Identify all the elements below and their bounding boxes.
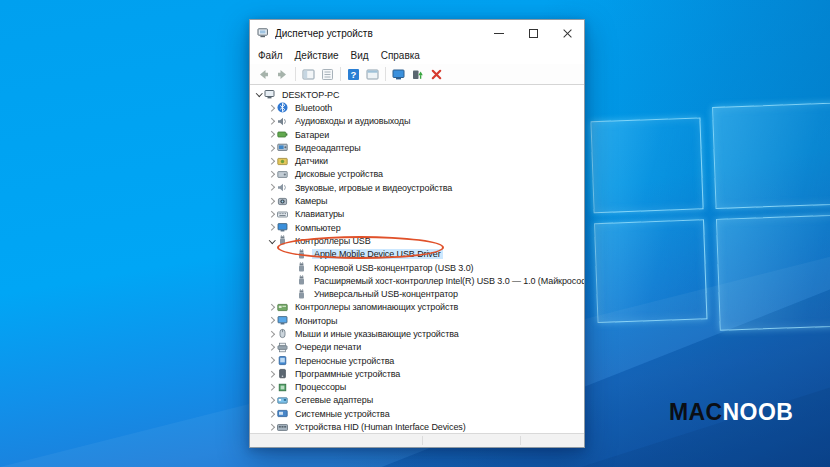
- tree-row-label: Сетевые адаптеры: [293, 395, 375, 405]
- tree-row[interactable]: Процессоры: [250, 381, 584, 394]
- tree-row[interactable]: Звуковые, игровые и видеоустройства: [250, 181, 584, 194]
- chevron-right-icon[interactable]: [267, 146, 277, 151]
- chevron-glyph: [268, 131, 274, 137]
- portable-device-icon: [277, 355, 289, 367]
- battery-icon: [277, 129, 289, 141]
- chevron-right-icon[interactable]: [267, 372, 277, 377]
- device-manager-icon: [257, 27, 270, 40]
- scan-hardware-button[interactable]: [389, 65, 408, 83]
- processor-icon: [277, 381, 289, 393]
- chevron-right-icon[interactable]: [267, 172, 277, 177]
- tree-row[interactable]: Мыши и иные указывающие устройства: [250, 327, 584, 340]
- update-driver-icon: [411, 68, 424, 81]
- chevron-right-icon[interactable]: [267, 398, 277, 403]
- toolbar: ?: [250, 64, 584, 85]
- back-button[interactable]: [254, 65, 273, 83]
- chevron-right-icon[interactable]: [267, 212, 277, 217]
- title-bar[interactable]: Диспетчер устройств: [250, 20, 584, 47]
- tree-row[interactable]: Батареи: [250, 128, 584, 141]
- close-button[interactable]: [550, 20, 584, 47]
- tree-row[interactable]: Системные устройства: [250, 407, 584, 420]
- chevron-right-icon[interactable]: [267, 305, 277, 310]
- menu-item-1[interactable]: Действие: [289, 49, 345, 62]
- chevron-right-icon[interactable]: [267, 225, 277, 230]
- chevron-right-icon[interactable]: [267, 412, 277, 417]
- chevron-glyph: [268, 384, 274, 390]
- menu-item-0[interactable]: Файл: [252, 49, 289, 62]
- chevron-right-icon[interactable]: [267, 358, 277, 363]
- chevron-glyph: [268, 105, 274, 111]
- menu-bar: ФайлДействиеВидСправка: [250, 47, 584, 64]
- chevron-glyph: [268, 171, 274, 177]
- chevron-glyph: [268, 118, 274, 124]
- forward-button[interactable]: [273, 65, 292, 83]
- chevron-down-icon[interactable]: [254, 93, 264, 96]
- status-bar-divider: [520, 436, 521, 445]
- scan-hardware-icon: [392, 68, 405, 81]
- tree-row-label: Дисковые устройства: [293, 169, 385, 179]
- help-button[interactable]: ?: [344, 65, 363, 83]
- chevron-right-icon[interactable]: [267, 106, 277, 111]
- chevron-right-icon[interactable]: [267, 159, 277, 164]
- tree-row[interactable]: Дисковые устройства: [250, 168, 584, 181]
- tree-row[interactable]: Устройства HID (Human Interface Devices): [250, 420, 584, 433]
- printer-icon: [277, 341, 289, 353]
- chevron-right-icon[interactable]: [267, 119, 277, 124]
- system-device-icon: [277, 408, 289, 420]
- chevron-right-icon[interactable]: [267, 132, 277, 137]
- tree-row[interactable]: Камеры: [250, 194, 584, 207]
- tree-row[interactable]: Датчики: [250, 154, 584, 167]
- tree-row[interactable]: Мониторы: [250, 314, 584, 327]
- update-driver-button[interactable]: [408, 65, 427, 83]
- software-device-icon: [277, 368, 289, 380]
- tree-row[interactable]: Контроллеры USB: [250, 234, 584, 247]
- tree-row[interactable]: Программные устройства: [250, 367, 584, 380]
- uninstall-device-button[interactable]: [427, 65, 446, 83]
- tree-row[interactable]: Очереди печати: [250, 341, 584, 354]
- windows-logo-pane: [594, 219, 707, 323]
- tree-row-label: Корневой USB-концентратор (USB 3.0): [312, 263, 475, 273]
- tree-row[interactable]: DESKTOP-PC: [250, 88, 584, 101]
- chevron-right-icon[interactable]: [267, 425, 277, 430]
- maximize-button[interactable]: [516, 20, 550, 47]
- tree-row-selected[interactable]: Apple Mobile Device USB Driver: [250, 248, 584, 261]
- tree-row[interactable]: Переносные устройства: [250, 354, 584, 367]
- tree-row[interactable]: Сетевые адаптеры: [250, 394, 584, 407]
- window-button[interactable]: [363, 65, 382, 83]
- chevron-right-icon[interactable]: [267, 199, 277, 204]
- keyboard-icon: [277, 208, 289, 220]
- display-adapter-icon: [277, 142, 289, 154]
- tree-row-label: Устройства HID (Human Interface Devices): [293, 422, 468, 432]
- sensor-icon: [277, 155, 289, 167]
- minimize-button[interactable]: [482, 20, 516, 47]
- tree-row[interactable]: Bluetooth: [250, 101, 584, 114]
- chevron-glyph: [268, 371, 274, 377]
- menu-item-3[interactable]: Справка: [375, 49, 426, 62]
- chevron-right-icon[interactable]: [267, 318, 277, 323]
- chevron-right-icon[interactable]: [267, 385, 277, 390]
- show-console-tree-button[interactable]: [299, 65, 318, 83]
- chevron-right-icon[interactable]: [267, 332, 277, 337]
- tree-row[interactable]: Контроллеры запоминающих устройств: [250, 301, 584, 314]
- tree-row-label: Клавиатуры: [293, 209, 346, 219]
- tree-row[interactable]: Видеоадаптеры: [250, 141, 584, 154]
- menu-item-2[interactable]: Вид: [345, 49, 375, 62]
- status-bar: [250, 433, 584, 447]
- tree-row[interactable]: Универсальный USB-концентратор: [250, 287, 584, 300]
- windows-logo-pane: [712, 101, 830, 209]
- device-manager-window: Диспетчер устройств ФайлДействиеВидСправ…: [249, 19, 585, 448]
- properties-button[interactable]: [318, 65, 337, 83]
- windows-logo-pane: [716, 213, 830, 331]
- tree-row[interactable]: Корневой USB-концентратор (USB 3.0): [250, 261, 584, 274]
- chevron-right-icon[interactable]: [267, 185, 277, 190]
- tree-row[interactable]: Расширяемый хост-контроллер Intel(R) USB…: [250, 274, 584, 287]
- chevron-right-icon[interactable]: [267, 345, 277, 350]
- tree-row[interactable]: Аудиовходы и аудиовыходы: [250, 115, 584, 128]
- tree-row[interactable]: Компьютер: [250, 221, 584, 234]
- tree-row-label: Переносные устройства: [293, 356, 396, 366]
- tree-row-label: Звуковые, игровые и видеоустройства: [293, 183, 454, 193]
- tree-row[interactable]: Клавиатуры: [250, 208, 584, 221]
- toolbar-separator: [295, 67, 296, 81]
- chevron-down-icon[interactable]: [267, 240, 277, 243]
- chevron-glyph: [256, 90, 262, 96]
